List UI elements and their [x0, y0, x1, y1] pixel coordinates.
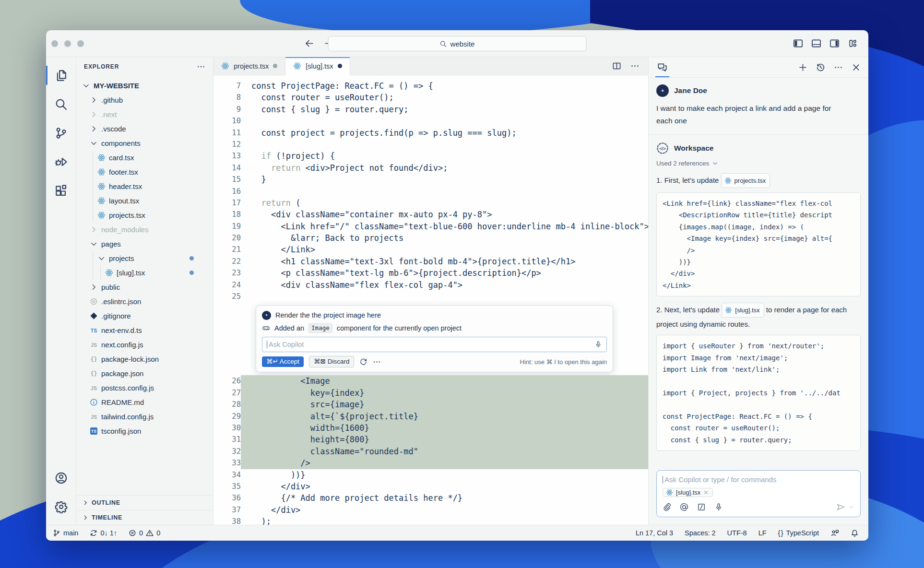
tree-item-README.md[interactable]: README.md — [76, 395, 213, 409]
tree-item-[slug].tsx[interactable]: [slug].tsx — [76, 265, 213, 280]
tree-item-components[interactable]: components — [76, 136, 213, 150]
tree-item-node_modules[interactable]: node_modules — [76, 222, 213, 237]
cursor-position[interactable]: Ln 17, Col 3 — [636, 529, 673, 537]
layout-panel-icon[interactable] — [811, 38, 821, 48]
microphone-icon[interactable] — [714, 503, 723, 511]
tree-item-postcss.config.js[interactable]: JSpostcss.config.js — [76, 380, 213, 395]
tree-item-.github[interactable]: .github — [76, 93, 213, 107]
close-panel-icon[interactable] — [852, 63, 861, 72]
send-icon[interactable] — [836, 502, 845, 512]
activity-item-account[interactable] — [46, 463, 76, 492]
more-options-icon[interactable] — [373, 358, 381, 366]
new-chat-icon[interactable] — [798, 63, 807, 72]
encoding[interactable]: UTF-8 — [727, 529, 747, 537]
tree-item-header.tsx[interactable]: header.tsx — [76, 179, 213, 193]
tree-item-label: .github — [101, 96, 123, 104]
tab-[slug].tsx[interactable]: [slug].tsx — [285, 57, 350, 75]
tree-item-tsconfig.json[interactable]: TStsconfig.json — [76, 424, 213, 438]
tree-item-package-lock.json[interactable]: {}package-lock.json — [76, 352, 213, 366]
notifications-icon[interactable] — [851, 529, 859, 537]
attach-icon[interactable] — [663, 503, 671, 511]
tree-item-layout.tsx[interactable]: layout.tsx — [76, 193, 213, 208]
panel-more-icon[interactable] — [834, 63, 843, 72]
language-mode[interactable]: { } TypeScript — [778, 529, 819, 537]
feedback-icon[interactable] — [830, 529, 839, 537]
command-center-search[interactable]: website — [328, 36, 587, 51]
tree-item-.gitignore[interactable]: .gitignore — [76, 308, 213, 323]
file-chip-projects[interactable]: projects.tsx — [721, 173, 770, 188]
history-icon[interactable] — [816, 63, 825, 72]
code-line-19: 19 <Link href="/" className="text-blue-6… — [213, 221, 648, 232]
tree-item-card.tsx[interactable]: card.tsx — [76, 150, 213, 165]
outline-section[interactable]: OUTLINE — [76, 495, 213, 510]
tree-item-label: projects.tsx — [109, 211, 145, 219]
layout-sidebar-right-icon[interactable] — [829, 38, 840, 48]
tree-item-.eslintrc.json[interactable]: .eslintrc.json — [76, 294, 213, 308]
minimize-window-button[interactable] — [64, 40, 71, 47]
tree-item-projects.tsx[interactable]: projects.tsx — [76, 208, 213, 222]
microphone-icon[interactable] — [594, 341, 602, 348]
tree-item-pages[interactable]: pages — [76, 237, 213, 251]
code-editor[interactable]: 7const ProjectPage: React.FC = () => {8 … — [213, 75, 648, 525]
file-chip-slug[interactable]: [slug].tsx — [722, 303, 764, 318]
git-sync-item[interactable]: 0↓ 1↑ — [90, 529, 117, 537]
accept-button[interactable]: ⌘↵ Accept — [262, 356, 304, 367]
send-options-icon[interactable] — [849, 504, 854, 510]
line-number: 17 — [213, 197, 241, 209]
activity-bar — [46, 57, 76, 525]
slash-command-icon[interactable] — [697, 503, 706, 511]
modified-indicator[interactable] — [273, 64, 277, 68]
tree-item-tailwind.config.js[interactable]: JStailwind.config.js — [76, 409, 213, 424]
line-number: 12 — [213, 139, 241, 150]
tree-item-next-env.d.ts[interactable]: TSnext-env.d.ts — [76, 323, 213, 337]
tree-item-package.json[interactable]: {}package.json — [76, 366, 213, 380]
activity-bottom — [46, 463, 76, 521]
git-branch-item[interactable]: main — [53, 529, 78, 537]
close-window-button[interactable] — [51, 40, 58, 47]
timeline-section[interactable]: TIMELINE — [76, 510, 213, 525]
dirty-indicator[interactable] — [338, 64, 342, 68]
discard-button[interactable]: ⌘⊠ Discard — [309, 356, 354, 367]
eol-sequence[interactable]: LF — [758, 529, 767, 537]
activity-item-debug[interactable] — [46, 147, 76, 176]
file-tree: MY-WEBSITE .github.next.vscodecomponents… — [76, 76, 213, 495]
traffic-lights[interactable] — [51, 40, 84, 47]
context-chip-slug[interactable]: [slug].tsx — [663, 488, 713, 497]
chat-tab[interactable] — [656, 57, 668, 77]
inline-chat-input[interactable]: Ask Copilot — [262, 337, 607, 352]
tab-projects.tsx[interactable]: projects.tsx — [213, 57, 285, 75]
problems-item[interactable]: 0 0 — [129, 529, 160, 537]
tree-item-.next[interactable]: .next — [76, 107, 213, 121]
activity-item-search[interactable] — [46, 90, 76, 118]
indentation[interactable]: Spaces: 2 — [685, 529, 716, 537]
tree-item-next.config.js[interactable]: JSnext.config.js — [76, 337, 213, 352]
split-editor-icon[interactable] — [612, 61, 621, 71]
activity-item-gear[interactable] — [46, 492, 76, 521]
inline-chat-placeholder: Ask Copilot — [269, 341, 304, 348]
layout-custom-icon[interactable] — [848, 38, 858, 48]
more-actions-icon[interactable] — [630, 61, 640, 71]
tree-item-public[interactable]: public — [76, 280, 213, 294]
activity-item-files[interactable] — [46, 61, 76, 90]
line-number: 10 — [213, 115, 241, 127]
regenerate-icon[interactable] — [359, 358, 367, 366]
code-line-37: 37 </div> — [213, 504, 648, 516]
navigate-back-icon[interactable] — [304, 38, 314, 48]
tree-item-footer.tsx[interactable]: footer.tsx — [76, 165, 213, 179]
tree-item-.vscode[interactable]: .vscode — [76, 121, 213, 136]
references-toggle[interactable]: Used 2 references — [656, 160, 861, 167]
activity-item-source-control[interactable] — [46, 118, 76, 147]
explorer-more-icon[interactable] — [197, 62, 205, 71]
chat-user-row: ✦ Jane Doe — [656, 84, 861, 97]
code-line-11: 11 const project = projects.find(p => p.… — [213, 127, 648, 139]
tab-label: projects.tsx — [234, 62, 269, 70]
activity-item-extensions[interactable] — [46, 176, 76, 205]
svg-text:JS: JS — [91, 342, 97, 347]
tree-item-projects[interactable]: projects — [76, 251, 213, 265]
chat-input-box[interactable]: Ask Copilot or type / for commands [slug… — [656, 470, 861, 517]
mention-icon[interactable] — [680, 503, 688, 511]
zoom-window-button[interactable] — [77, 40, 84, 47]
layout-sidebar-left-icon[interactable] — [793, 38, 803, 48]
remove-context-icon[interactable] — [703, 490, 709, 495]
tree-item-root[interactable]: MY-WEBSITE — [76, 78, 213, 93]
